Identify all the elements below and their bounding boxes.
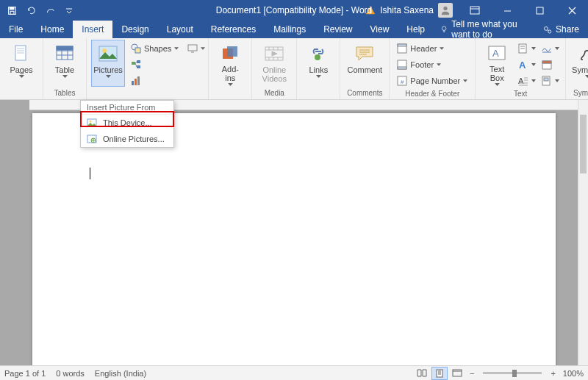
- chevron-down-icon: [555, 79, 559, 82]
- vertical-scrollbar[interactable]: [578, 100, 588, 365]
- tab-insert[interactable]: Insert: [73, 21, 112, 38]
- tab-view[interactable]: View: [362, 21, 398, 38]
- ribbon-display-icon[interactable]: [459, 0, 491, 21]
- tab-mailings[interactable]: Mailings: [265, 21, 315, 38]
- tab-home[interactable]: Home: [32, 21, 73, 38]
- close-button[interactable]: [556, 0, 588, 21]
- links-button[interactable]: Links: [301, 40, 335, 87]
- web-layout-button[interactable]: [449, 367, 465, 380]
- this-device-icon: [87, 118, 97, 127]
- quick-parts-button[interactable]: [517, 41, 537, 56]
- this-device-item[interactable]: This Device...: [81, 115, 173, 131]
- share-button[interactable]: Share: [534, 21, 588, 38]
- language-indicator[interactable]: English (India): [95, 369, 146, 378]
- redo-icon[interactable]: [41, 1, 59, 19]
- online-pictures-item[interactable]: Online Pictures...: [81, 131, 173, 147]
- symbols-button[interactable]: Symbols: [570, 40, 588, 87]
- tab-design[interactable]: Design: [112, 21, 157, 38]
- shapes-button[interactable]: Shapes: [128, 41, 182, 56]
- comment-button[interactable]: Comment: [345, 40, 384, 87]
- chart-button[interactable]: [128, 74, 182, 88]
- save-icon[interactable]: [3, 1, 21, 19]
- tab-review[interactable]: Review: [315, 21, 361, 38]
- group-header-footer: Header Footer # Page Number Header & Foo…: [390, 38, 476, 99]
- text-box-button[interactable]: A TextBox: [480, 40, 514, 87]
- footer-button[interactable]: Footer: [394, 57, 470, 72]
- group-tables-label: Tables: [48, 87, 82, 99]
- read-mode-button[interactable]: [414, 367, 430, 380]
- page-indicator[interactable]: Page 1 of 1: [4, 369, 46, 378]
- dropdown-header: Insert Picture From: [81, 101, 173, 115]
- page-number-button[interactable]: # Page Number: [394, 74, 470, 88]
- zoom-in-button[interactable]: +: [551, 369, 555, 378]
- group-tables: Table Tables: [43, 38, 87, 99]
- svg-rect-49: [453, 370, 462, 376]
- illustrations-small-buttons: Shapes: [128, 40, 182, 88]
- chevron-down-icon: [62, 75, 68, 78]
- text-small-buttons: A A: [517, 40, 537, 88]
- header-label: Header: [410, 44, 437, 53]
- smartart-button[interactable]: [128, 57, 182, 72]
- group-text: A TextBox A A: [476, 38, 566, 99]
- zoom-slider[interactable]: [483, 372, 542, 374]
- tab-file[interactable]: File: [0, 21, 32, 38]
- group-comments: Comment Comments: [340, 38, 390, 99]
- document-page[interactable]: [32, 113, 556, 365]
- word-count[interactable]: 0 words: [56, 369, 85, 378]
- text-cursor: [90, 168, 90, 179]
- chevron-down-icon: [531, 79, 536, 82]
- pictures-button[interactable]: Pictures: [91, 40, 125, 87]
- table-button[interactable]: Table: [48, 40, 82, 87]
- maximize-button[interactable]: [523, 0, 556, 21]
- header-button[interactable]: Header: [394, 41, 470, 56]
- pages-button[interactable]: Pages: [4, 40, 38, 87]
- svg-rect-19: [137, 60, 140, 63]
- undo-icon[interactable]: [22, 1, 40, 19]
- minimize-button[interactable]: [491, 0, 523, 21]
- pictures-label: Pictures: [93, 65, 123, 74]
- object-button[interactable]: [540, 74, 561, 88]
- svg-rect-4: [370, 12, 371, 14]
- svg-rect-24: [188, 45, 197, 51]
- tab-references[interactable]: References: [202, 21, 265, 38]
- ribbon-tabs: File Home Insert Design Layout Reference…: [0, 21, 588, 38]
- zoom-out-button[interactable]: −: [470, 369, 474, 378]
- svg-rect-6: [470, 7, 479, 14]
- group-addins: Add-ins .: [209, 38, 252, 99]
- drop-cap-icon: A: [518, 76, 528, 86]
- svg-rect-1: [10, 7, 14, 9]
- online-videos-button[interactable]: OnlineVideos: [257, 40, 292, 87]
- online-pictures-label: Online Pictures...: [103, 135, 165, 143]
- svg-rect-20: [137, 65, 140, 68]
- chart-icon: [131, 76, 141, 86]
- print-layout-button[interactable]: [431, 367, 448, 380]
- chevron-down-icon: [555, 47, 559, 50]
- svg-point-8: [442, 26, 446, 31]
- signature-line-button[interactable]: [540, 41, 561, 56]
- chevron-down-icon: [201, 47, 205, 50]
- chevron-down-icon: [437, 63, 441, 66]
- user-account[interactable]: Ishita Saxena: [359, 3, 459, 18]
- table-icon: [54, 43, 75, 64]
- group-symbols-label: Symbols: [570, 87, 588, 99]
- footer-label: Footer: [410, 60, 434, 69]
- shapes-label: Shapes: [144, 44, 171, 53]
- shapes-icon: [131, 43, 141, 54]
- tab-help[interactable]: Help: [398, 21, 434, 38]
- date-time-button[interactable]: [540, 57, 561, 72]
- drop-cap-button[interactable]: A: [517, 74, 537, 88]
- zoom-level[interactable]: 100%: [563, 369, 584, 378]
- screenshot-button[interactable]: [186, 41, 207, 56]
- tab-layout[interactable]: Layout: [158, 21, 202, 38]
- qat-customize-icon[interactable]: [60, 1, 78, 19]
- scrollbar-thumb[interactable]: [580, 115, 587, 173]
- online-videos-label: OnlineVideos: [262, 65, 287, 83]
- link-icon: [308, 43, 329, 64]
- addins-button[interactable]: Add-ins: [213, 40, 247, 87]
- tell-me-search[interactable]: Tell me what you want to do: [434, 21, 534, 38]
- svg-point-28: [315, 54, 320, 60]
- smartart-icon: [131, 60, 141, 70]
- svg-rect-2: [10, 11, 14, 14]
- status-right: − + 100%: [414, 367, 584, 380]
- wordart-button[interactable]: A: [517, 57, 537, 72]
